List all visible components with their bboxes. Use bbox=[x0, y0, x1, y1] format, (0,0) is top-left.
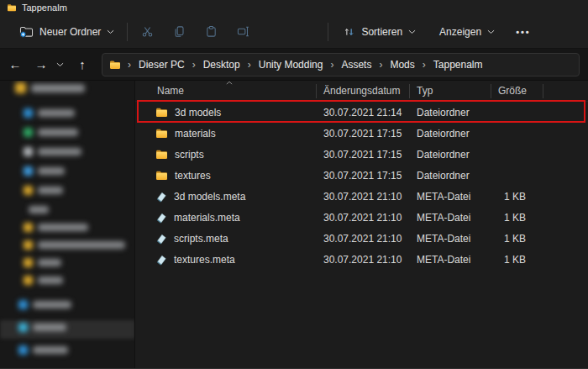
sidebar-item-icon bbox=[18, 323, 28, 332]
sidebar-item-icon bbox=[24, 128, 33, 137]
column-header-date[interactable]: Änderungsdatum bbox=[316, 85, 409, 97]
breadcrumb-item-tappenalm[interactable]: Tappenalm bbox=[432, 57, 485, 72]
column-headers: Name Änderungsdatum Typ Größe bbox=[135, 81, 588, 102]
breadcrumb-separator: › bbox=[422, 59, 427, 71]
file-type: META-Datei bbox=[409, 233, 491, 245]
sidebar-item-icon bbox=[18, 300, 28, 309]
sidebar-item-redacted[interactable] bbox=[24, 108, 75, 118]
meta-file-icon bbox=[155, 254, 167, 266]
file-type: META-Datei bbox=[409, 191, 491, 203]
sidebar-item-redacted[interactable] bbox=[24, 166, 65, 176]
file-row-materials-meta[interactable]: materials.meta30.07.2021 21:10META-Datei… bbox=[135, 207, 588, 228]
column-header-size[interactable]: Größe bbox=[491, 85, 543, 97]
explorer-window: Tappenalm Neuer Ordner bbox=[0, 0, 588, 369]
column-divider[interactable] bbox=[491, 84, 491, 98]
column-divider[interactable] bbox=[543, 84, 543, 98]
file-type: META-Datei bbox=[409, 212, 491, 224]
breadcrumb-item-assets[interactable]: Assets bbox=[339, 57, 373, 72]
sidebar-item-label-blurred bbox=[38, 148, 81, 156]
breadcrumb: ›Dieser PC›Desktop›Unity Modding›Assets›… bbox=[127, 57, 485, 72]
title-bar: Tappenalm bbox=[0, 0, 588, 15]
recent-locations-button[interactable] bbox=[52, 54, 67, 76]
sidebar-item-icon bbox=[18, 345, 28, 355]
sidebar-item-label-blurred bbox=[38, 167, 65, 175]
breadcrumb-item-mods[interactable]: Mods bbox=[388, 57, 416, 72]
file-name: 3d models.meta bbox=[174, 191, 245, 203]
view-label: Anzeigen bbox=[439, 26, 481, 38]
sort-label: Sortieren bbox=[361, 26, 402, 38]
file-type: Dateiordner bbox=[409, 149, 491, 161]
breadcrumb-item-desktop[interactable]: Desktop bbox=[202, 57, 242, 72]
back-button[interactable]: ← bbox=[4, 54, 26, 76]
sidebar-item-label-blurred bbox=[33, 324, 66, 331]
file-date: 30.07.2021 21:14 bbox=[316, 107, 409, 119]
file-row-textures-meta[interactable]: textures.meta30.07.2021 21:10META-Datei1… bbox=[135, 249, 588, 270]
toolbar-separator bbox=[328, 23, 328, 41]
column-header-name[interactable]: Name bbox=[135, 85, 316, 97]
sidebar-item-redacted[interactable] bbox=[24, 240, 125, 250]
view-button[interactable]: Anzeigen bbox=[432, 21, 502, 43]
more-options-button[interactable]: ••• bbox=[507, 24, 539, 40]
file-list-pane: Name Änderungsdatum Typ Größe 3d models3… bbox=[135, 81, 588, 368]
sidebar-item-label-blurred bbox=[33, 301, 71, 308]
chevron-down-icon bbox=[107, 29, 114, 34]
sidebar-item-redacted[interactable] bbox=[24, 223, 88, 232]
window-folder-icon bbox=[7, 3, 17, 12]
forward-button[interactable]: → bbox=[30, 54, 52, 76]
sidebar-item-redacted[interactable] bbox=[24, 186, 63, 195]
chevron-down-icon bbox=[487, 29, 495, 34]
new-folder-icon bbox=[19, 25, 34, 38]
cut-button[interactable] bbox=[133, 20, 161, 44]
column-divider[interactable] bbox=[316, 84, 317, 98]
file-date: 30.07.2021 21:10 bbox=[316, 191, 409, 203]
sort-ascending-caret-icon bbox=[226, 81, 233, 85]
copy-button[interactable] bbox=[165, 20, 193, 44]
sidebar-item-redacted[interactable] bbox=[29, 206, 49, 213]
file-row-3d-models[interactable]: 3d models30.07.2021 21:14Dateiordner bbox=[135, 102, 588, 123]
sidebar-item-icon bbox=[24, 223, 33, 232]
address-bar[interactable]: ›Dieser PC›Desktop›Unity Modding›Assets›… bbox=[102, 53, 580, 76]
file-row-scripts-meta[interactable]: scripts.meta30.07.2021 21:10META-Datei1 … bbox=[135, 228, 588, 249]
breadcrumb-separator: › bbox=[127, 59, 132, 71]
paste-button[interactable] bbox=[197, 20, 225, 44]
meta-file-icon bbox=[155, 212, 167, 224]
copy-icon bbox=[173, 25, 186, 38]
breadcrumb-item-dieser-pc[interactable]: Dieser PC bbox=[137, 57, 186, 72]
sort-button[interactable]: Sortieren bbox=[335, 21, 423, 43]
file-name: scripts.meta bbox=[174, 233, 228, 245]
sidebar-item-redacted[interactable] bbox=[24, 276, 63, 285]
meta-file-icon bbox=[155, 191, 167, 203]
rename-button[interactable] bbox=[228, 20, 257, 44]
window-title: Tappenalm bbox=[22, 3, 67, 13]
breadcrumb-item-unity-modding[interactable]: Unity Modding bbox=[257, 57, 325, 72]
file-row-3d-models-meta[interactable]: 3d models.meta30.07.2021 21:10META-Datei… bbox=[135, 186, 588, 207]
sidebar-item-label-blurred bbox=[38, 187, 63, 194]
column-header-type[interactable]: Typ bbox=[409, 85, 491, 97]
sidebar-item-label-blurred bbox=[38, 259, 61, 266]
new-folder-button[interactable]: Neuer Ordner bbox=[12, 20, 122, 43]
sidebar-item-icon bbox=[24, 276, 33, 285]
sidebar-item-icon bbox=[24, 147, 33, 156]
file-name: textures bbox=[175, 170, 211, 182]
up-button[interactable]: ↑ bbox=[71, 54, 93, 76]
sidebar-item-redacted[interactable] bbox=[24, 147, 81, 156]
file-name: 3d models bbox=[175, 107, 221, 119]
sidebar-item-redacted[interactable] bbox=[24, 258, 61, 267]
file-row-scripts[interactable]: scripts30.07.2021 17:15Dateiordner bbox=[135, 144, 588, 165]
sidebar-item-icon bbox=[24, 186, 33, 195]
sidebar-item-redacted[interactable] bbox=[18, 345, 68, 355]
file-row-textures[interactable]: textures30.07.2021 17:15Dateiordner bbox=[135, 165, 588, 186]
sidebar-item-redacted[interactable] bbox=[15, 82, 85, 93]
file-date: 30.07.2021 21:10 bbox=[316, 212, 409, 224]
sidebar-item-redacted[interactable] bbox=[18, 323, 66, 332]
file-size: 1 KB bbox=[491, 233, 543, 245]
sidebar-item-icon bbox=[24, 240, 33, 250]
file-name: textures.meta bbox=[174, 254, 235, 266]
breadcrumb-separator: › bbox=[329, 59, 334, 71]
sidebar-item-redacted[interactable] bbox=[24, 128, 78, 137]
file-type: Dateiordner bbox=[409, 128, 491, 140]
file-row-materials[interactable]: materials30.07.2021 17:15Dateiordner bbox=[135, 123, 588, 144]
sidebar-item-redacted[interactable] bbox=[18, 300, 71, 309]
file-type: META-Datei bbox=[409, 254, 491, 266]
column-divider[interactable] bbox=[409, 84, 410, 98]
